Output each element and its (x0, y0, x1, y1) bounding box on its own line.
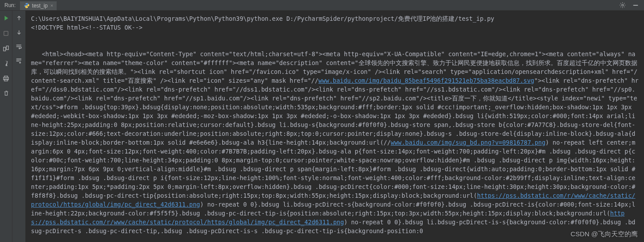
run-tab[interactable]: test_ip × (20, 1, 57, 10)
delete-icon[interactable] (2, 89, 10, 97)
console-output[interactable]: C:\Users\BAIYINSHUAI\AppData\Local\Progr… (26, 11, 644, 242)
svg-point-2 (621, 4, 623, 6)
tab-close-icon[interactable]: × (50, 3, 54, 8)
gear-icon[interactable] (618, 1, 626, 9)
main-area: C:\Users\BAIYINSHUAI\AppData\Local\Progr… (0, 11, 644, 242)
svg-rect-4 (4, 31, 8, 35)
run-label: Run: (4, 2, 15, 8)
soft-wrap-icon[interactable] (15, 42, 23, 50)
stop-icon[interactable] (2, 44, 10, 52)
console-body: <html><head><meta http-equiv="Content-Ty… (31, 50, 639, 234)
print-icon[interactable] (2, 74, 10, 82)
down-icon[interactable] (15, 28, 23, 36)
tab-label: test_ip (32, 3, 47, 9)
left-gutter-1 (0, 11, 12, 242)
scroll-to-end-icon[interactable] (15, 57, 23, 65)
play-icon[interactable] (2, 14, 10, 22)
python-file-icon (23, 3, 30, 9)
up-icon[interactable] (15, 14, 23, 22)
svg-rect-3 (633, 5, 638, 6)
svg-point-0 (26, 4, 26, 4)
header-left: Run: test_ip × (4, 0, 57, 10)
console-link-2[interactable]: www.baidu.com/img/sug_bd.png?v=09816787.… (391, 139, 546, 146)
run-tool-header: Run: test_ip × (0, 0, 644, 11)
console-link-1[interactable]: www.baidu.com/img/baidu_85beaf5496f29152… (318, 77, 534, 84)
header-right (618, 1, 644, 9)
svg-point-1 (27, 7, 27, 8)
svg-rect-6 (6, 46, 8, 49)
left-gutter-2 (12, 11, 26, 242)
rerun-icon[interactable] (2, 29, 10, 37)
watermark: CSDN @飞向天空的鹰 (571, 230, 638, 238)
pin-icon[interactable] (2, 59, 10, 67)
svg-rect-5 (4, 47, 6, 50)
console-line-2: <!DOCTYPE html><!--STATUS OK--> (31, 24, 143, 31)
console-line-1: C:\Users\BAIYINSHUAI\AppData\Local\Progr… (31, 15, 494, 22)
minimize-icon[interactable] (632, 1, 640, 9)
